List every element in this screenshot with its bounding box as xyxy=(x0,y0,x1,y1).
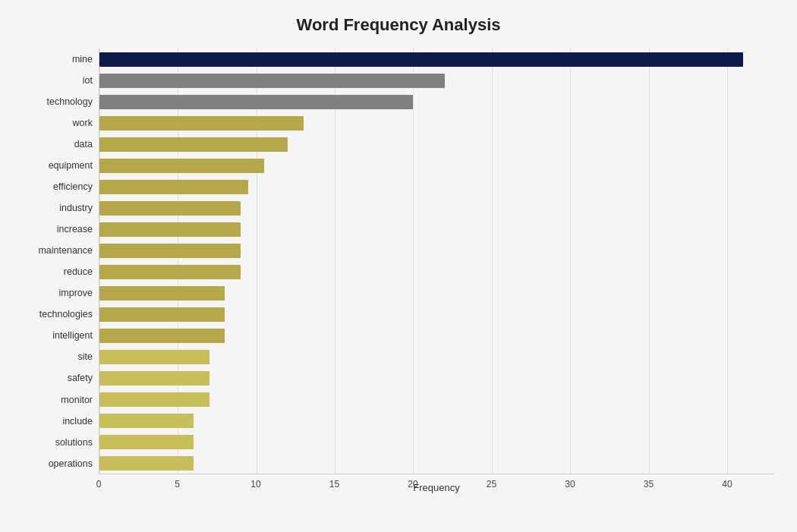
bar xyxy=(99,392,209,407)
bar-row xyxy=(99,389,774,410)
y-label: work xyxy=(73,112,93,134)
bar xyxy=(99,137,288,152)
bar-row xyxy=(99,134,774,155)
bar xyxy=(99,371,209,386)
bar xyxy=(99,201,241,216)
y-label: operations xyxy=(49,453,93,474)
y-label: include xyxy=(62,411,93,432)
bars-section: 0510152025303540 Frequency xyxy=(99,49,774,474)
bar-row xyxy=(99,304,774,325)
chart-container: Word Frequency Analysis mineiottechnolog… xyxy=(0,0,797,532)
y-label: efficiency xyxy=(53,176,93,197)
bars-wrapper xyxy=(99,49,774,474)
bar-row xyxy=(99,112,774,134)
bar-row xyxy=(99,91,774,112)
y-label: solutions xyxy=(55,432,93,453)
x-tick: 20 xyxy=(408,479,417,490)
y-label: maintenance xyxy=(38,240,93,261)
x-tick: 25 xyxy=(487,479,496,490)
bar-row xyxy=(99,49,774,70)
bar xyxy=(99,180,248,194)
chart-title: Word Frequency Analysis xyxy=(23,15,774,35)
y-label: increase xyxy=(57,219,93,240)
bar xyxy=(99,329,225,343)
y-label: equipment xyxy=(49,155,93,176)
bar-row xyxy=(99,261,774,282)
bar-row xyxy=(99,431,774,452)
bar-row xyxy=(99,197,774,219)
bar-row xyxy=(99,219,774,240)
y-label: mine xyxy=(72,49,93,70)
bar-row xyxy=(99,240,774,261)
bar-row xyxy=(99,282,774,304)
x-tick: 5 xyxy=(175,479,180,490)
x-tick: 15 xyxy=(329,479,339,490)
bar xyxy=(99,307,225,322)
x-tick: 30 xyxy=(565,479,575,490)
bar xyxy=(99,52,743,67)
chart-area: mineiottechnologyworkdataequipmenteffici… xyxy=(23,49,774,474)
y-label: data xyxy=(74,134,93,155)
x-axis-label: Frequency xyxy=(99,482,774,493)
bar-row xyxy=(99,70,774,91)
bar-row xyxy=(99,346,774,367)
y-label: monitor xyxy=(61,389,93,411)
bar-row xyxy=(99,325,774,346)
bar xyxy=(99,159,264,173)
bar xyxy=(99,435,194,449)
bar xyxy=(99,244,241,258)
bar xyxy=(99,456,194,471)
bar-row xyxy=(99,367,774,389)
bar-row xyxy=(99,176,774,197)
bar-row xyxy=(99,410,774,431)
bar xyxy=(99,286,225,301)
x-tick: 35 xyxy=(644,479,654,490)
x-tick: 0 xyxy=(96,479,102,490)
y-label: technology xyxy=(47,91,93,112)
y-label: technologies xyxy=(39,304,93,326)
x-axis: 0510152025303540 xyxy=(99,474,774,479)
x-tick: 10 xyxy=(250,479,260,490)
bar xyxy=(99,74,445,88)
y-label: intelligent xyxy=(52,326,93,347)
bar-row xyxy=(99,452,774,474)
y-label: iot xyxy=(83,70,93,91)
bar xyxy=(99,95,413,109)
y-label: safety xyxy=(68,368,93,389)
bar xyxy=(99,414,194,428)
bar xyxy=(99,265,241,279)
bar xyxy=(99,116,304,131)
y-label: site xyxy=(78,347,93,368)
bar-row xyxy=(99,155,774,176)
y-label: industry xyxy=(59,197,93,219)
y-axis: mineiottechnologyworkdataequipmenteffici… xyxy=(23,49,99,474)
y-label: improve xyxy=(59,283,93,304)
bar xyxy=(99,350,209,364)
x-tick: 40 xyxy=(722,479,732,490)
y-label: reduce xyxy=(64,261,93,282)
bar xyxy=(99,222,241,237)
